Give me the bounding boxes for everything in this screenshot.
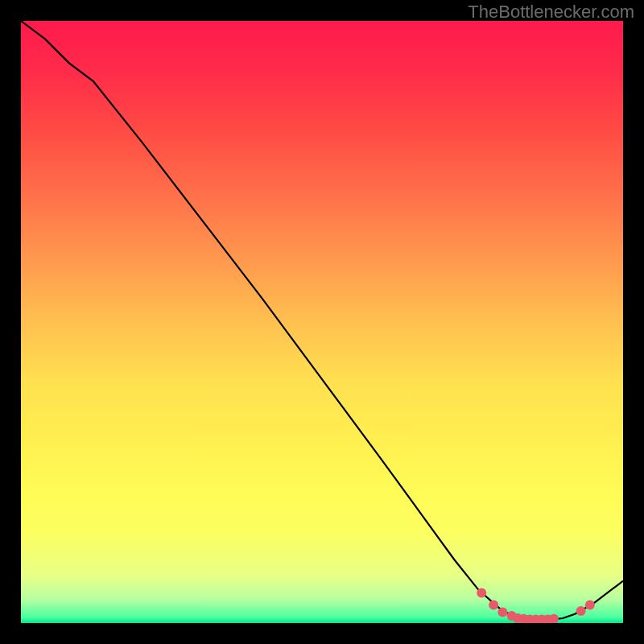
data-marker xyxy=(549,614,559,623)
watermark-text: TheBottlenecker.com xyxy=(468,2,634,23)
chart-container: TheBottlenecker.com xyxy=(0,0,644,644)
curve-markers xyxy=(477,588,595,623)
data-marker xyxy=(477,588,486,598)
data-marker xyxy=(497,608,507,617)
data-marker xyxy=(585,601,595,610)
data-marker xyxy=(489,601,498,610)
curve-line xyxy=(21,21,623,620)
chart-svg xyxy=(21,21,623,623)
data-marker xyxy=(576,606,586,616)
